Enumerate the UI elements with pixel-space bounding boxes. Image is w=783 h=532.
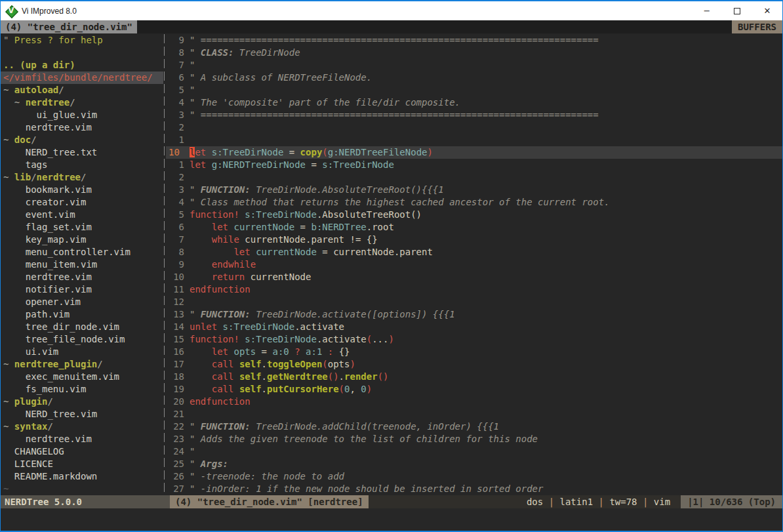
code-line[interactable]: 18 call self.getNerdtree().render() [166,371,782,383]
code-line[interactable]: 1let g:NERDTreeDirNode = s:TreeDirNode [166,159,782,171]
tree-item[interactable]: menu_item.vim [1,258,163,271]
tree-item[interactable]: event.vim [1,209,163,221]
tree-item[interactable]: ~ doc/ [1,134,163,146]
tree-item[interactable]: tags [1,159,163,171]
tree-item[interactable]: menu_controller.vim [1,246,163,258]
close-icon[interactable]: ✕ [752,1,782,20]
tree-item[interactable]: flag_set.vim [1,221,163,234]
code-line[interactable]: 10 return currentNode [166,271,782,283]
tree-item[interactable]: ~ autoload/ [1,84,163,96]
tree-item[interactable]: ui_glue.vim [1,109,163,121]
code-line[interactable]: 4" The 'composite' part of the file/dir … [166,96,782,109]
code-line[interactable]: 2 [166,121,782,134]
tree-item[interactable]: " Press ? for help [1,34,163,47]
code-line[interactable]: 3" FUNCTION: TreeDirNode.AbsoluteTreeRoo… [166,184,782,196]
tree-item[interactable]: ~ syntax/ [1,420,163,433]
code-line[interactable]: 6" A subclass of NERDTreeFileNode. [166,72,782,84]
token: bookmark.vim [3,184,92,195]
token [233,359,239,369]
code-text: " The 'composite' part of the file/dir c… [190,96,460,109]
tree-item[interactable]: CHANGELOG [1,445,163,458]
code-text: " [190,445,195,458]
tree-item[interactable]: tree_file_node.vim [1,333,163,346]
code-line[interactable]: 4" Class method that returns the highest… [166,196,782,209]
code-line[interactable]: 14unlet s:TreeDirNode.activate [166,321,782,333]
code-line[interactable]: 12 [166,296,782,308]
code-line[interactable]: 1 [166,134,782,146]
code-line[interactable]: 17 call self.toggleOpen(opts) [166,358,782,371]
window-split-separator[interactable] [163,33,166,495]
tree-item[interactable]: exec_menuitem.vim [1,371,163,383]
code-line[interactable]: 26" -treenode: the node to add [166,470,782,483]
tree-item[interactable]: .. (up a dir) [1,59,163,72]
tree-item[interactable]: path.vim [1,308,163,321]
tree-item[interactable]: creator.vim [1,196,163,209]
code-line[interactable]: 21 [166,408,782,420]
tree-item-selected[interactable]: </vimfiles/bundle/nerdtree/ [1,72,163,84]
code-line[interactable]: 23" Adds the given treenode to the list … [166,433,782,445]
code-line[interactable]: 5function! s:TreeDirNode.AbsoluteTreeRoo… [166,209,782,221]
tree-item[interactable]: README.markdown [1,470,163,483]
code-line[interactable]: 15function! s:TreeDirNode.activate(...) [166,333,782,346]
tree-item[interactable]: nerdtree.vim [1,433,163,445]
code-line[interactable]: 2 [166,171,782,184]
code-line-current[interactable]: 10let s:TreeDirNode = copy(g:NERDTreeFil… [166,146,782,159]
code-line[interactable]: 7 while currentNode.parent != {} [166,234,782,246]
code-line[interactable]: 3" =====================================… [166,109,782,121]
code-line[interactable]: 7" [166,59,782,72]
code-text: call self.putCursorHere(0, 0) [190,383,372,396]
token: = [294,222,311,232]
minimize-icon[interactable]: − [692,1,722,20]
tree-item[interactable]: fs_menu.vim [1,383,163,396]
code-line[interactable]: 11endfunction [166,283,782,296]
vim-logo-icon: V [5,5,17,17]
code-line[interactable]: 20endfunction [166,396,782,408]
tree-item[interactable]: NERD_tree.vim [1,408,163,420]
code-line[interactable]: 9" =====================================… [166,34,782,47]
tree-item[interactable]: tree_dir_node.vim [1,321,163,333]
code-line[interactable]: 27" -inOrder: 1 if the new node should b… [166,483,782,495]
tree-item[interactable]: opener.vim [1,296,163,308]
code-line[interactable]: 8 let currentNode = currentNode.parent [166,246,782,258]
tree-item[interactable]: bookmark.vim [1,184,163,196]
tree-item[interactable]: ~ nerdtree/ [1,96,163,109]
tree-item[interactable]: ~ [1,483,163,495]
code-line[interactable]: 16 let opts = a:0 ? a:1 : {} [166,346,782,358]
token: notifier.vim [3,284,92,295]
code-line[interactable]: 19 call self.putCursorHere(0, 0) [166,383,782,396]
code-text: " [190,59,195,72]
token [190,247,233,257]
code-line[interactable]: 25" Args: [166,458,782,470]
tree-item[interactable]: ~ lib/nerdtree/ [1,171,163,184]
code-line[interactable]: 22" FUNCTION: TreeDirNode.addChild(treen… [166,420,782,433]
token: ~ [3,483,9,494]
code-line[interactable]: 24" [166,445,782,458]
tree-item[interactable]: ~ nerdtree_plugin/ [1,358,163,371]
token: let [190,159,206,170]
tree-item[interactable]: ~ plugin/ [1,396,163,408]
token: menu_controller.vim [3,247,130,257]
tree-item[interactable]: nerdtree.vim [1,121,163,134]
tree-item[interactable]: nerdtree.vim [1,271,163,283]
tree-item[interactable]: ui.vim [1,346,163,358]
active-buffer-tab[interactable]: (4) "tree_dir_node.vim" [1,20,137,33]
buffers-menu-button[interactable]: BUFFERS [732,20,782,33]
tree-item[interactable]: LICENCE [1,458,163,470]
token: tags [3,159,47,170]
code-line[interactable]: 6 let currentNode = b:NERDTree.root [166,221,782,234]
token: . [262,359,267,369]
tree-item[interactable]: notifier.vim [1,283,163,296]
tree-item[interactable]: NERD_tree.txt [1,146,163,159]
code-line[interactable]: 9 endwhile [166,258,782,271]
maximize-icon[interactable] [722,1,752,20]
token [233,384,239,394]
command-line-area[interactable] [1,508,782,531]
tree-item[interactable] [1,47,163,59]
token: let [212,346,228,357]
token: " ======================================… [190,35,599,45]
code-line[interactable]: 13" FUNCTION: TreeDirNode.activate([opti… [166,308,782,321]
tree-item[interactable]: key_map.vim [1,234,163,246]
token: path.vim [3,309,70,319]
code-line[interactable]: 5" [166,84,782,96]
code-line[interactable]: 8" CLASS: TreeDirNode [166,47,782,59]
